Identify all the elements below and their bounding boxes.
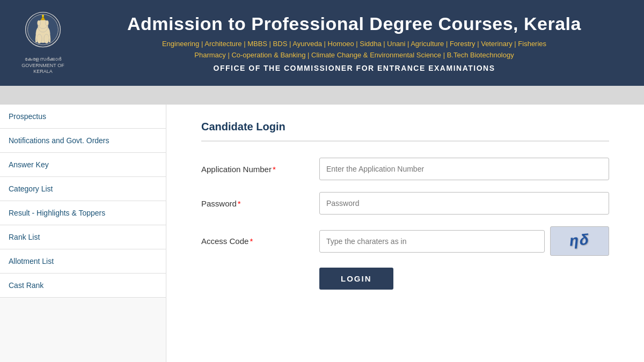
sidebar-item-cast-rank[interactable]: Cast Rank <box>0 274 166 298</box>
sidebar-item-notifications[interactable]: Notifications and Govt. Orders <box>0 129 166 153</box>
svg-point-5 <box>43 34 49 43</box>
application-number-input[interactable] <box>319 158 609 180</box>
sidebar-item-rank-list[interactable]: Rank List <box>0 225 166 249</box>
password-row: Password* <box>201 192 609 215</box>
login-section: Candidate Login Application Number* Pass… <box>201 121 609 290</box>
office-title: OFFICE OF THE COMMISSIONER FOR ENTRANCE … <box>80 64 628 72</box>
login-button[interactable]: LOGIN <box>319 268 393 290</box>
sidebar-item-prospectus[interactable]: Prospectus <box>0 105 166 129</box>
government-emblem <box>23 11 63 54</box>
captcha-image: ηδ <box>550 226 609 256</box>
password-input[interactable] <box>319 192 609 215</box>
application-number-label: Application Number* <box>201 165 319 174</box>
content-area: Candidate Login Application Number* Pass… <box>166 105 644 362</box>
captcha-text: ηδ <box>569 232 590 250</box>
subheader-bar <box>0 86 644 105</box>
svg-point-4 <box>36 34 42 43</box>
application-number-row: Application Number* <box>201 158 609 180</box>
sidebar-item-result-highlights[interactable]: Result - Highlights & Toppers <box>0 201 166 225</box>
svg-point-8 <box>45 20 48 26</box>
login-button-row: LOGIN <box>201 268 609 290</box>
required-star-access: * <box>250 237 253 246</box>
access-code-input[interactable] <box>319 230 545 253</box>
page-header: കേരള സർക്കാർ GOVERNMENT OF KERALA Admiss… <box>0 0 644 86</box>
password-label: Password* <box>201 199 319 208</box>
sidebar: Prospectus Notifications and Govt. Order… <box>0 105 166 362</box>
header-content: Admission to Professional Degree Courses… <box>70 13 628 73</box>
header-subtitle-line1: Engineering | Architecture | MBBS | BDS … <box>80 39 628 61</box>
required-star-password: * <box>238 199 241 208</box>
sidebar-item-allotment-list[interactable]: Allotment List <box>0 249 166 274</box>
sidebar-item-answer-key[interactable]: Answer Key <box>0 153 166 177</box>
svg-point-7 <box>37 20 40 26</box>
sidebar-item-category-list[interactable]: Category List <box>0 177 166 201</box>
access-code-label: Access Code* <box>201 237 319 246</box>
required-star-appnum: * <box>273 165 276 174</box>
login-form-title: Candidate Login <box>201 121 609 142</box>
logo-text: കേരള സർക്കാർ GOVERNMENT OF KERALA <box>16 56 70 75</box>
svg-point-10 <box>42 15 44 17</box>
page-title: Admission to Professional Degree Courses… <box>80 13 628 34</box>
logo-area: കേരള സർക്കാർ GOVERNMENT OF KERALA <box>16 11 70 75</box>
access-code-input-group: ηδ <box>319 226 609 256</box>
access-code-row: Access Code* ηδ <box>201 226 609 256</box>
main-layout: Prospectus Notifications and Govt. Order… <box>0 105 644 362</box>
